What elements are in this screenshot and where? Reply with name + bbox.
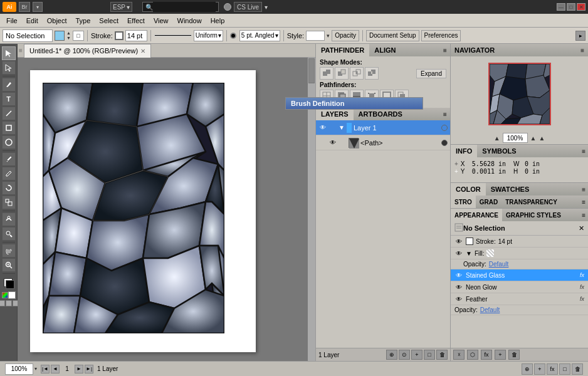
last-page-button[interactable]: ►| (85, 365, 93, 373)
stained-glass-row[interactable]: 👁 Stained Glass fx (451, 269, 588, 281)
tool-pen[interactable] (2, 78, 16, 91)
swatches-tab[interactable]: SWATCHES (486, 183, 535, 196)
tool-rotate[interactable] (2, 181, 16, 195)
menu-select[interactable]: Select (95, 16, 122, 26)
appearance-menu[interactable]: ≡ (582, 212, 588, 219)
stroke-swatch[interactable] (115, 31, 123, 40)
new-layer-status-button[interactable]: + (534, 363, 545, 375)
cs-live-dropdown[interactable]: ▾ (265, 4, 268, 11)
fill-expand-arrow[interactable]: ▼ (466, 250, 472, 257)
color-mode-none[interactable] (9, 292, 15, 298)
fill-visibility-eye[interactable]: 👁 (454, 249, 463, 258)
clear-appearance-button[interactable]: ☓ (453, 350, 465, 360)
zoom-input[interactable] (503, 133, 528, 143)
search-input[interactable] (153, 2, 216, 12)
panel-toggle[interactable]: ▸ (575, 31, 585, 41)
delete-status-button[interactable]: 🗑 (572, 363, 583, 375)
status-zoom-input[interactable] (5, 363, 33, 375)
esp-dropdown[interactable]: ESP▾ (110, 2, 132, 12)
tool-rect[interactable] (2, 121, 16, 135)
minus-front-button[interactable] (335, 67, 349, 80)
stroke-color-swatch[interactable] (466, 238, 473, 245)
document-canvas[interactable] (18, 58, 315, 361)
intersect-button[interactable] (350, 67, 364, 80)
path-row[interactable]: 👁 <Path> (316, 135, 450, 150)
opacity-row-1[interactable]: Opacity: Default (451, 259, 588, 269)
menu-edit[interactable]: Edit (23, 16, 42, 26)
layer-1-visibility[interactable]: 👁 (318, 123, 327, 132)
delete-layer-button[interactable]: 🗑 (436, 350, 448, 360)
info-tab[interactable]: INFO (451, 145, 477, 157)
doc-setup-button[interactable]: Document Setup (366, 30, 419, 41)
first-page-button[interactable]: |◄ (41, 365, 50, 373)
style-selector[interactable] (306, 31, 325, 41)
tab-close-button[interactable]: ✕ (140, 48, 145, 55)
new-style-status-button[interactable]: □ (559, 363, 570, 375)
draw-mode-1[interactable] (0, 300, 5, 306)
layer-1-row[interactable]: 👁 ▼ Layer 1 (316, 120, 450, 135)
new-sublayer-button[interactable]: + (411, 350, 423, 360)
zoom-out-button[interactable]: ▲ (494, 135, 500, 142)
locate-button[interactable]: ⊕ (522, 363, 533, 375)
stroke-style-dropdown[interactable]: Uniform ▾ (194, 30, 223, 41)
info-menu[interactable]: ≡ (582, 148, 588, 155)
tool-hand[interactable] (2, 244, 16, 258)
zoom-slider-end[interactable]: ▲ (538, 135, 545, 142)
document-tab[interactable]: Untitled-1* @ 100% (RGB/Preview) ✕ (24, 44, 151, 58)
tool-symbol-sprayer[interactable] (2, 227, 16, 241)
tab-grip[interactable]: ≡ (18, 47, 24, 54)
feather-eye[interactable]: 👁 (454, 295, 463, 303)
cs-live-button[interactable]: CS Live (234, 2, 262, 12)
neon-glow-eye[interactable]: 👁 (454, 283, 463, 291)
path-visibility[interactable]: 👁 (328, 138, 337, 147)
fill-appearance-row[interactable]: 👁 ▼ Fill: (451, 248, 588, 259)
menu-window[interactable]: Window (174, 16, 206, 26)
menu-file[interactable]: File (3, 16, 21, 26)
menu-effect[interactable]: Effect (123, 16, 149, 26)
workspace-dropdown[interactable]: ▾ (33, 2, 43, 12)
unite-button[interactable] (320, 67, 333, 80)
expand-button[interactable]: Expand (416, 69, 446, 78)
minimize-button[interactable]: — (557, 3, 565, 11)
feather-row[interactable]: 👁 Feather fx (451, 293, 588, 305)
tool-direct-select[interactable] (2, 61, 16, 75)
close-button[interactable]: ✕ (577, 3, 585, 11)
zoom-dropdown-arrow[interactable]: ▾ (34, 366, 37, 372)
path-target[interactable] (441, 140, 448, 146)
canvas-scroll-thumb[interactable] (308, 58, 315, 83)
delete-appearance-button[interactable]: 🗑 (508, 350, 520, 360)
color-selector[interactable] (2, 276, 16, 290)
sgt-menu[interactable]: ≡ (582, 199, 588, 206)
layer-1-target[interactable] (441, 125, 448, 131)
next-page-button[interactable]: ► (75, 365, 83, 373)
neon-glow-row[interactable]: 👁 Neon Glow fx (451, 281, 588, 293)
shape-selector[interactable]: □ (73, 31, 84, 41)
panel-menu-button[interactable]: ≡ (440, 47, 450, 54)
stained-glass-eye[interactable]: 👁 (454, 271, 463, 279)
tool-select[interactable] (2, 46, 16, 60)
menu-object[interactable]: Object (43, 16, 71, 26)
color-mode-normal[interactable] (2, 292, 8, 298)
stroke-size-input[interactable] (125, 30, 147, 41)
color-tab[interactable]: COLOR (451, 183, 486, 196)
prev-page-button[interactable]: ◄ (51, 365, 60, 373)
tool-zoom[interactable] (2, 258, 16, 272)
make-clipping-button[interactable]: ⊙ (399, 350, 410, 360)
add-effect-button[interactable]: fx (481, 350, 492, 360)
prefs-button[interactable]: Preferences (421, 30, 461, 41)
layers-menu-button[interactable]: ≡ (440, 111, 450, 118)
layers-tab[interactable]: LAYERS (316, 108, 354, 120)
draw-mode-2[interactable] (6, 300, 12, 306)
layer-1-expand[interactable]: ▼ (339, 124, 345, 131)
stroke-visibility-eye[interactable]: 👁 (454, 237, 463, 246)
reduce-to-basic-button[interactable]: ⬡ (467, 350, 478, 360)
color-menu[interactable]: ≡ (582, 186, 588, 193)
locate-object-button[interactable]: ⊕ (386, 350, 397, 360)
menu-type[interactable]: Type (72, 16, 95, 26)
tool-line[interactable] (2, 107, 16, 120)
menu-help[interactable]: Help (207, 16, 229, 26)
tool-type[interactable]: T (2, 92, 16, 106)
transparency-tab[interactable]: TRANSPARENCY (501, 196, 561, 208)
brush-style-dropdown[interactable]: 5 pt. Angled ▾ (239, 30, 280, 41)
graphic-styles-tab[interactable]: GRAPHIC STYLES (502, 209, 565, 221)
